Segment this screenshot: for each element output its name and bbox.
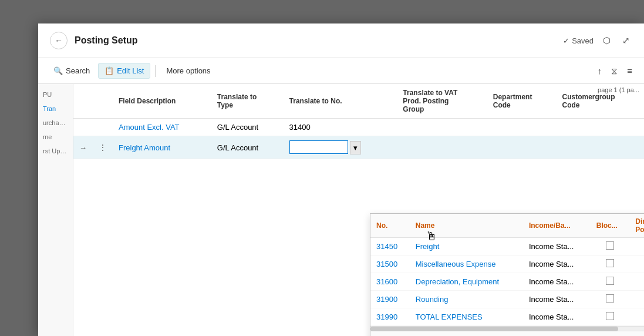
dropdown-bloc-31500[interactable] xyxy=(591,256,630,273)
dropdown-row[interactable]: 31600 Depreciation, Equipment Income Sta… xyxy=(370,273,644,291)
back-icon: ← xyxy=(55,36,63,45)
more-options-button[interactable]: More options xyxy=(160,63,216,78)
dropdown-no-31500[interactable]: 31500 xyxy=(370,256,410,273)
table-row: → ⋮ Freight Amount G/L Account ▾ xyxy=(73,136,644,159)
dropdown-direct-31450[interactable]: ✓ xyxy=(629,238,644,256)
dropdown-name-31500[interactable]: Miscellaneous Expense xyxy=(410,256,523,273)
bloc-checkbox-31500[interactable] xyxy=(606,259,614,267)
dropdown-name-31900[interactable]: Rounding xyxy=(410,291,523,308)
row-vat-2 xyxy=(397,136,487,159)
dropdown-col-income: Income/Ba... xyxy=(523,214,591,238)
toolbar-separator xyxy=(155,65,156,77)
sidebar-item-pu: PU xyxy=(41,89,70,100)
row-cg-1 xyxy=(557,119,644,136)
dropdown-popup: No. Name Income/Ba... Bloc... DirectPost… xyxy=(370,213,644,336)
dropdown-col-bloc: Bloc... xyxy=(591,214,630,238)
edit-list-label: Edit List xyxy=(117,66,144,75)
row-type-1: G/L Account xyxy=(211,119,284,136)
share-icon-button[interactable]: ↑ xyxy=(595,63,605,79)
check-icon: ✓ xyxy=(563,36,569,45)
more-options-label: More options xyxy=(166,66,210,75)
row-context-menu-button[interactable]: ⋮ xyxy=(99,143,107,152)
dropdown-direct-31990[interactable] xyxy=(629,308,644,326)
bloc-checkbox-31450[interactable] xyxy=(606,241,614,250)
table-row: Amount Excl. VAT G/L Account 31400 xyxy=(73,119,644,136)
dropdown-table: No. Name Income/Ba... Bloc... DirectPost… xyxy=(370,214,644,326)
dropdown-footer: + + New Select from full list xyxy=(370,331,644,336)
freight-amount-link[interactable]: Freight Amount xyxy=(119,143,170,152)
main-content: Field Description Translate toType Trans… xyxy=(73,84,644,336)
modal-title: Posting Setup xyxy=(75,35,563,46)
translate-to-no-input[interactable] xyxy=(289,140,348,154)
row-field-desc-1: Amount Excl. VAT xyxy=(113,119,211,136)
dropdown-col-direct: DirectPost... xyxy=(629,214,644,238)
dropdown-h-scroll xyxy=(370,326,644,331)
row-type-2: G/L Account xyxy=(211,136,284,159)
dropdown-direct-31900[interactable]: ✓ xyxy=(629,291,644,308)
dropdown-income-31500: Income Sta... xyxy=(523,256,591,273)
dropdown-bloc-31990[interactable] xyxy=(591,308,630,326)
dropdown-no-31450[interactable]: 31450 xyxy=(370,238,410,256)
dropdown-direct-31600[interactable] xyxy=(629,273,644,291)
bloc-checkbox-31990[interactable] xyxy=(606,312,614,320)
toolbar-right: ↑ ⧖ ≡ xyxy=(595,63,635,79)
dropdown-header-row: No. Name Income/Ba... Bloc... DirectPost… xyxy=(370,214,644,238)
modal-container: ← Posting Setup ✓ Saved ⬡ ⤢ 🔍 Search 📋 E… xyxy=(38,23,644,336)
filter-icon-button[interactable]: ⧖ xyxy=(609,63,620,79)
sidebar-item-me: me xyxy=(41,131,70,143)
dropdown-row[interactable]: 31450 Freight Income Sta... ✓ xyxy=(370,238,644,256)
row-vat-1 xyxy=(397,119,487,136)
row-cg-2 xyxy=(557,136,644,159)
dropdown-row[interactable]: 31900 Rounding Income Sta... ✓ xyxy=(370,291,644,308)
back-button[interactable]: ← xyxy=(50,32,68,49)
row-dept-1 xyxy=(487,119,557,136)
dropdown-col-name: Name xyxy=(410,214,523,238)
bloc-checkbox-31900[interactable] xyxy=(606,294,614,303)
page-info: page 1 (1 pa... xyxy=(593,84,644,96)
col-translate-vat: Translate to VATProd. PostingGroup xyxy=(397,84,487,119)
row-arrow-1 xyxy=(73,119,93,136)
dropdown-income-31900: Income Sta... xyxy=(523,291,591,308)
content-area: PU Tran urchasers me rst Up Cor Field De… xyxy=(38,84,644,336)
dropdown-bloc-31900[interactable] xyxy=(591,291,630,308)
dropdown-name-31990[interactable]: TOTAL EXPENSES xyxy=(410,308,523,326)
saved-label-text: Saved xyxy=(572,36,594,45)
dropdown-name-31450[interactable]: Freight xyxy=(410,238,523,256)
row-arrow-2: → xyxy=(73,136,93,159)
row-dots-2: ⋮ xyxy=(93,136,113,159)
share-window-button[interactable]: ⬡ xyxy=(601,33,613,48)
dropdown-h-scroll-thumb[interactable] xyxy=(370,327,618,331)
table-header-row: Field Description Translate toType Trans… xyxy=(73,84,644,119)
search-icon: 🔍 xyxy=(53,66,63,75)
header-actions: ✓ Saved ⬡ ⤢ xyxy=(563,33,632,48)
col-dots xyxy=(93,84,113,119)
edit-list-icon: 📋 xyxy=(104,66,114,75)
dropdown-direct-31500[interactable]: ✓ xyxy=(629,256,644,273)
saved-status: ✓ Saved xyxy=(563,36,594,45)
list-icon-button[interactable]: ≡ xyxy=(625,63,635,79)
col-field-description: Field Description xyxy=(113,84,211,119)
dropdown-col-no: No. xyxy=(370,214,410,238)
search-button[interactable]: 🔍 Search xyxy=(48,63,96,78)
dropdown-bloc-31450[interactable] xyxy=(591,238,630,256)
dropdown-income-31990: Income Sta... xyxy=(523,308,591,326)
search-label: Search xyxy=(66,66,90,75)
sidebar-item-urchasers: urchasers xyxy=(41,117,70,129)
dropdown-row[interactable]: 31990 TOTAL EXPENSES Income Sta... xyxy=(370,308,644,326)
expand-button[interactable]: ⤢ xyxy=(620,33,632,48)
dropdown-no-31600[interactable]: 31600 xyxy=(370,273,410,291)
row-no-2: ▾ xyxy=(284,136,397,159)
row-field-desc-2: Freight Amount xyxy=(113,136,211,159)
dropdown-toggle-button[interactable]: ▾ xyxy=(350,141,361,154)
dropdown-row[interactable]: 31500 Miscellaneous Expense Income Sta..… xyxy=(370,256,644,273)
bloc-checkbox-31600[interactable] xyxy=(606,277,614,285)
dropdown-no-31990[interactable]: 31990 xyxy=(370,308,410,326)
dropdown-bloc-31600[interactable] xyxy=(591,273,630,291)
row-dept-2 xyxy=(487,136,557,159)
edit-list-button[interactable]: 📋 Edit List xyxy=(98,63,150,79)
amount-excl-vat-link[interactable]: Amount Excl. VAT xyxy=(119,123,180,132)
col-translate-no: Translate to No. xyxy=(284,84,397,119)
dropdown-no-31900[interactable]: 31900 xyxy=(370,291,410,308)
toolbar: 🔍 Search 📋 Edit List More options ↑ ⧖ ≡ xyxy=(38,58,644,84)
dropdown-name-31600[interactable]: Depreciation, Equipment xyxy=(410,273,523,291)
